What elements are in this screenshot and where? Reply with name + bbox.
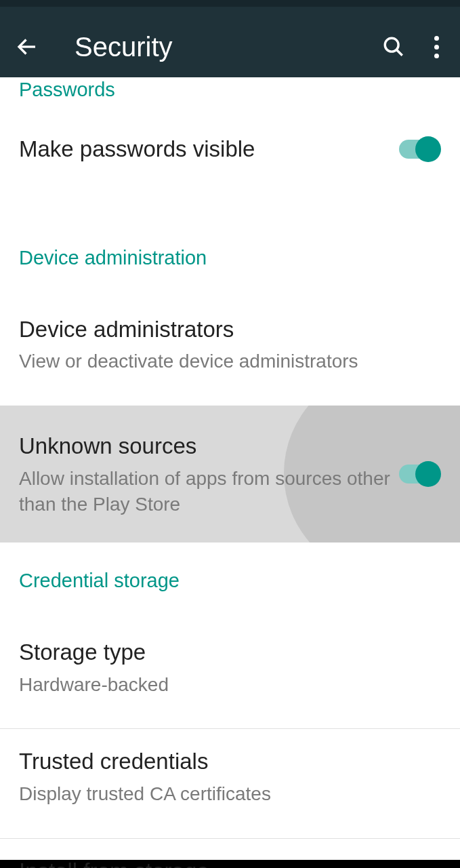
more-vert-icon[interactable] xyxy=(426,33,446,60)
section-header-device-admin: Device administration xyxy=(0,245,460,271)
setting-title: Unknown sources xyxy=(19,431,399,462)
search-icon[interactable] xyxy=(380,33,407,60)
toggle-switch[interactable] xyxy=(399,135,441,163)
setting-title: Install from storage xyxy=(19,856,441,868)
setting-subtitle: Display trusted CA certificates xyxy=(19,781,441,807)
setting-title: Trusted credentials xyxy=(19,747,441,777)
toggle-switch[interactable] xyxy=(399,460,441,488)
setting-subtitle: Hardware-backed xyxy=(19,672,441,698)
setting-title: Storage type xyxy=(19,637,441,668)
setting-unknown-sources[interactable]: Unknown sources Allow installation of ap… xyxy=(0,406,460,542)
setting-device-administrators[interactable]: Device administrators View or deactivate… xyxy=(0,297,460,392)
back-arrow-icon[interactable] xyxy=(14,33,41,60)
setting-storage-type[interactable]: Storage type Hardware-backed xyxy=(0,620,460,715)
setting-title: Make passwords visible xyxy=(19,134,399,165)
settings-content: Passwords Make passwords visible Device … xyxy=(0,77,460,868)
section-header-passwords: Passwords xyxy=(0,77,460,103)
setting-install-from-storage[interactable]: Install from storage Install certificate… xyxy=(0,839,460,868)
setting-trusted-credentials[interactable]: Trusted credentials Display trusted CA c… xyxy=(0,729,460,824)
section-header-credential-storage: Credential storage xyxy=(0,568,460,594)
app-bar: Security xyxy=(0,7,460,87)
setting-subtitle: View or deactivate device administrators xyxy=(19,349,441,374)
svg-line-2 xyxy=(396,50,402,56)
status-bar xyxy=(0,0,460,7)
svg-point-1 xyxy=(385,38,398,52)
page-title: Security xyxy=(75,32,380,62)
setting-make-passwords-visible[interactable]: Make passwords visible xyxy=(0,117,460,182)
setting-title: Device administrators xyxy=(19,315,441,345)
setting-subtitle: Allow installation of apps from sources … xyxy=(19,466,399,517)
